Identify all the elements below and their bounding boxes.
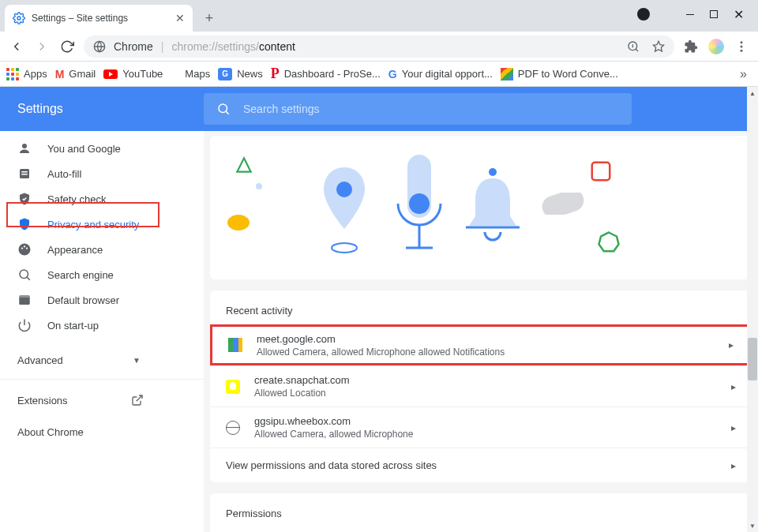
- external-link-icon: [131, 394, 144, 406]
- bookmark-label: Apps: [24, 68, 47, 80]
- sidebar-divider: [0, 379, 204, 380]
- bookmark-pdf[interactable]: PDF to Word Conve...: [501, 68, 618, 81]
- triangle-icon: [234, 155, 254, 175]
- kebab-menu-icon[interactable]: [730, 35, 753, 58]
- site-row-snapchat[interactable]: create.snapchat.com Allowed Location ▸: [210, 365, 752, 406]
- chevron-down-icon: ▼: [133, 356, 141, 365]
- omnibox[interactable]: Chrome | chrome://settings/content: [84, 36, 674, 58]
- sidebar-label: Extensions: [17, 395, 68, 406]
- svg-line-10: [226, 111, 228, 114]
- bookmark-youtube[interactable]: YouTube: [103, 68, 163, 80]
- svg-point-29: [332, 243, 357, 253]
- pill-icon: [542, 193, 584, 215]
- sidebar-label: Search engine: [47, 269, 114, 281]
- apps-shortcut[interactable]: Apps: [6, 68, 47, 81]
- autofill-icon: [17, 167, 32, 181]
- sidebar-item-safety-check[interactable]: Safety check: [0, 186, 204, 212]
- permission-row-location[interactable]: Location: [210, 523, 752, 532]
- bookmark-label: PDF to Word Conve...: [518, 68, 618, 80]
- sidebar-item-on-startup[interactable]: On start-up: [0, 313, 204, 338]
- sidebar-item-autofill[interactable]: Auto-fill: [0, 161, 204, 186]
- bookmark-pinterest[interactable]: PDashboard - ProSe...: [271, 66, 381, 82]
- sidebar-label: Privacy and security: [47, 219, 139, 230]
- chevron-right-icon: ▸: [731, 381, 736, 392]
- bookmarks-overflow-icon[interactable]: »: [740, 67, 752, 81]
- sidebar-label: Safety check: [47, 193, 106, 205]
- maps-pin-icon: [171, 68, 180, 81]
- svg-point-18: [26, 247, 28, 249]
- dot-icon: [256, 183, 262, 189]
- site-desc: Allowed Camera, allowed Microphone: [254, 429, 717, 440]
- forward-button[interactable]: [30, 35, 54, 58]
- sidebar-item-default-browser[interactable]: Default browser: [0, 287, 204, 313]
- shield-check-icon: [17, 192, 32, 206]
- profile-avatar[interactable]: [704, 35, 728, 58]
- sidebar-item-you-and-google[interactable]: You and Google: [0, 136, 204, 161]
- svg-point-6: [741, 41, 743, 43]
- vertical-scrollbar[interactable]: ▲ ▼: [747, 87, 758, 532]
- bookmark-maps[interactable]: Maps: [171, 68, 210, 81]
- svg-point-34: [489, 168, 497, 176]
- bookmark-gmail[interactable]: MGmail: [55, 68, 96, 81]
- chevron-right-icon: ▸: [731, 422, 736, 433]
- scrollbar-thumb[interactable]: [748, 338, 757, 380]
- back-button[interactable]: [5, 35, 28, 58]
- search-icon: [216, 102, 231, 116]
- chrome-label: Chrome: [114, 40, 153, 53]
- close-tab-icon[interactable]: ✕: [175, 12, 185, 24]
- search-placeholder: Search settings: [243, 103, 320, 115]
- shield-icon: [17, 217, 32, 231]
- gear-icon: [13, 12, 25, 24]
- snapchat-favicon: [226, 380, 240, 394]
- svg-marker-5: [653, 41, 663, 51]
- sidebar-advanced-toggle[interactable]: Advanced ▼: [0, 346, 204, 374]
- maximize-button[interactable]: [710, 10, 718, 18]
- scroll-up-button[interactable]: ▲: [747, 87, 758, 99]
- svg-point-9: [219, 104, 227, 113]
- sidebar-item-about-chrome[interactable]: About Chrome: [0, 416, 204, 448]
- settings-header: Settings Search settings: [0, 87, 758, 131]
- permissions-heading: Permissions: [210, 493, 752, 523]
- window-controls: ▾ ✕: [637, 0, 753, 28]
- gmail-icon: M: [55, 68, 65, 81]
- extensions-icon[interactable]: [679, 35, 703, 58]
- chevron-right-icon: ▸: [731, 460, 736, 471]
- svg-rect-13: [21, 171, 28, 173]
- site-row-wheebox[interactable]: ggsipu.wheebox.com Allowed Camera, allow…: [210, 406, 752, 448]
- site-info-icon[interactable]: [93, 40, 106, 53]
- sidebar-item-appearance[interactable]: Appearance: [0, 237, 204, 262]
- account-indicator-icon[interactable]: ▾: [637, 8, 650, 21]
- new-tab-button[interactable]: +: [197, 6, 221, 30]
- window-tabstrip: Settings – Site settings ✕ + ▾ ✕: [0, 0, 758, 32]
- close-window-button[interactable]: ✕: [734, 7, 744, 22]
- bookmark-label: Your digital opport...: [402, 68, 493, 80]
- settings-content: You and Google Auto-fill Safety check Pr…: [0, 131, 758, 532]
- site-row-meet[interactable]: meet.google.com Allowed Camera, allowed …: [210, 324, 752, 365]
- scroll-down-button[interactable]: ▼: [747, 519, 758, 532]
- bookmark-star-icon[interactable]: [652, 40, 665, 53]
- palette-icon: [17, 242, 32, 257]
- browser-tab[interactable]: Settings – Site settings ✕: [5, 5, 193, 32]
- bookmark-news[interactable]: GNews: [218, 68, 263, 81]
- svg-point-11: [22, 144, 27, 148]
- reload-button[interactable]: [55, 35, 79, 58]
- svg-point-27: [227, 215, 250, 230]
- sidebar-item-extensions[interactable]: Extensions: [0, 384, 204, 416]
- browser-toolbar: Chrome | chrome://settings/content: [0, 32, 758, 62]
- minimize-button[interactable]: [686, 14, 694, 15]
- svg-point-8: [741, 49, 743, 51]
- zoom-icon[interactable]: [627, 40, 640, 53]
- bookmark-google[interactable]: GYour digital opport...: [388, 68, 493, 81]
- sidebar-item-privacy-security[interactable]: Privacy and security: [0, 212, 204, 237]
- sidebar-label: You and Google: [47, 143, 121, 155]
- sidebar-item-search-engine[interactable]: Search engine: [0, 262, 204, 287]
- svg-point-16: [21, 247, 23, 249]
- recent-activity-card: Recent activity meet.google.com Allowed …: [210, 290, 752, 482]
- view-all-permissions-row[interactable]: View permissions and data stored across …: [210, 448, 752, 482]
- square-icon: [589, 159, 613, 183]
- search-settings-input[interactable]: Search settings: [204, 93, 632, 125]
- search-icon: [17, 268, 32, 282]
- svg-point-28: [336, 182, 352, 197]
- site-host: meet.google.com: [257, 333, 715, 345]
- svg-rect-22: [19, 295, 30, 298]
